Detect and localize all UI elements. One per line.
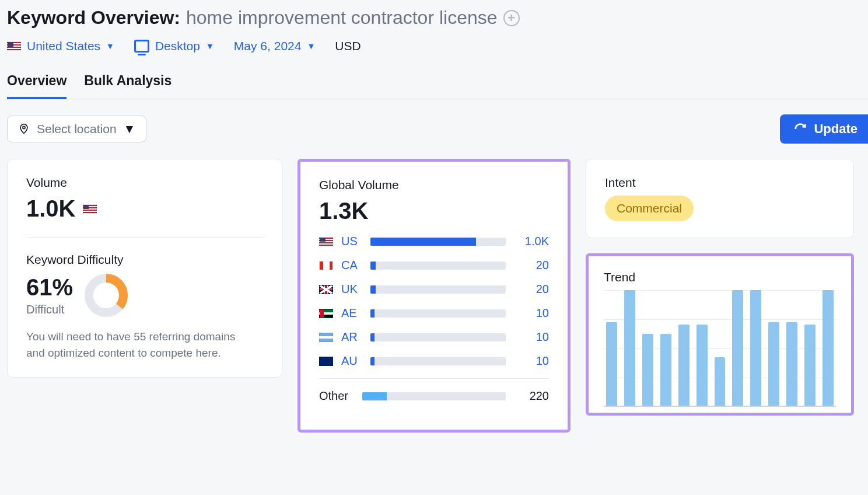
add-keyword-icon[interactable]: +	[503, 10, 520, 26]
trend-bar	[804, 325, 816, 406]
refresh-icon	[794, 123, 807, 135]
device-label: Desktop	[155, 39, 200, 53]
tabs: Overview Bulk Analysis	[7, 73, 868, 99]
us-flag-icon	[83, 204, 97, 214]
kd-level: Difficult	[26, 303, 73, 316]
toolbar: Select location ▼ Update	[7, 114, 868, 144]
ar-flag-icon	[319, 333, 333, 342]
location-placeholder: Select location	[37, 122, 117, 136]
ca-flag-icon	[319, 261, 333, 270]
country-code: CA	[341, 259, 362, 272]
divider	[26, 237, 263, 238]
ae-flag-icon	[319, 309, 333, 318]
currency-label: USD	[335, 39, 360, 53]
global-volume-row[interactable]: UK20	[319, 283, 549, 296]
kd-donut-chart	[83, 273, 129, 318]
trend-bar	[786, 322, 797, 406]
global-volume-row[interactable]: AU10	[319, 354, 549, 368]
volume-value: 10	[514, 330, 549, 344]
us-flag-icon	[319, 237, 333, 246]
uk-flag-icon	[319, 285, 333, 294]
global-volume-total: 1.3K	[319, 198, 549, 224]
update-button[interactable]: Update	[780, 114, 868, 144]
trend-bar	[678, 325, 690, 406]
intent-badge: Commercial	[605, 196, 694, 221]
tab-overview[interactable]: Overview	[7, 73, 66, 99]
chevron-down-icon: ▼	[307, 41, 315, 51]
page-title: Keyword Overview: home improvement contr…	[7, 7, 868, 29]
trend-card: Trend	[586, 253, 854, 416]
volume-value: 20	[514, 259, 549, 272]
trend-bar	[732, 290, 743, 406]
keyword-text: home improvement contractor license	[186, 7, 498, 29]
map-pin-icon	[18, 123, 30, 135]
country-code: UK	[341, 283, 362, 296]
global-volume-label: Global Volume	[319, 178, 549, 192]
trend-bar	[715, 357, 726, 406]
desktop-icon	[134, 40, 149, 53]
other-bar	[362, 392, 506, 400]
trend-bar	[660, 334, 671, 406]
global-volume-row[interactable]: US1.0K	[319, 235, 549, 248]
global-volume-other-row: Other 220	[319, 378, 549, 403]
global-volume-row[interactable]: CA20	[319, 259, 549, 272]
volume-bar	[370, 333, 506, 341]
country-code: AR	[341, 330, 362, 344]
trend-bar	[822, 290, 834, 406]
trend-bar	[606, 322, 617, 406]
country-code: AE	[341, 306, 362, 320]
country-filter[interactable]: United States ▼	[7, 39, 114, 53]
volume-bar	[370, 262, 506, 270]
au-flag-icon	[319, 357, 333, 366]
trend-label: Trend	[604, 270, 836, 284]
volume-bar	[370, 309, 506, 318]
global-volume-row[interactable]: AR10	[319, 330, 549, 344]
volume-card: Volume 1.0K Keyword Difficulty 61% Diffi…	[7, 159, 282, 378]
update-label: Update	[814, 121, 858, 137]
volume-value: 20	[514, 283, 549, 296]
trend-bar	[768, 322, 779, 406]
intent-label: Intent	[605, 176, 835, 190]
us-flag-icon	[7, 41, 21, 51]
location-select[interactable]: Select location ▼	[7, 116, 146, 142]
date-label: May 6, 2024	[234, 39, 302, 53]
volume-value: 10	[514, 354, 549, 368]
volume-value: 1.0K	[514, 235, 549, 248]
other-label: Other	[319, 389, 348, 403]
intent-card: Intent Commercial	[586, 159, 854, 238]
volume-label: Volume	[26, 176, 263, 190]
country-code: AU	[341, 354, 362, 368]
other-value: 220	[514, 389, 549, 403]
volume-bar	[370, 238, 506, 246]
title-prefix: Keyword Overview:	[7, 7, 180, 29]
country-code: US	[341, 235, 362, 248]
svg-point-0	[23, 126, 25, 128]
volume-value: 1.0K	[26, 196, 263, 222]
volume-bar	[370, 285, 506, 294]
trend-chart	[604, 290, 836, 407]
kd-percent: 61%	[26, 274, 73, 301]
trend-bar	[696, 325, 708, 406]
volume-bar	[370, 357, 506, 365]
volume-value: 10	[514, 306, 549, 320]
tab-bulk-analysis[interactable]: Bulk Analysis	[84, 73, 172, 99]
chevron-down-icon: ▼	[206, 41, 214, 51]
global-volume-card: Global Volume 1.3K US1.0KCA20UK20AE10AR1…	[298, 159, 570, 433]
chevron-down-icon: ▼	[124, 122, 136, 136]
device-filter[interactable]: Desktop ▼	[134, 39, 214, 53]
cards-row: Volume 1.0K Keyword Difficulty 61% Diffi…	[7, 159, 868, 433]
kd-row: 61% Difficult	[26, 273, 263, 318]
country-label: United States	[27, 39, 100, 53]
trend-bar	[642, 334, 653, 406]
trend-bar	[750, 290, 761, 406]
filter-bar: United States ▼ Desktop ▼ May 6, 2024 ▼ …	[7, 39, 868, 53]
trend-bar	[624, 290, 635, 406]
date-filter[interactable]: May 6, 2024 ▼	[234, 39, 315, 53]
kd-description: You will need to have 55 referring domai…	[26, 329, 248, 361]
kd-label: Keyword Difficulty	[26, 253, 263, 267]
global-volume-row[interactable]: AE10	[319, 306, 549, 320]
chevron-down-icon: ▼	[106, 41, 114, 51]
